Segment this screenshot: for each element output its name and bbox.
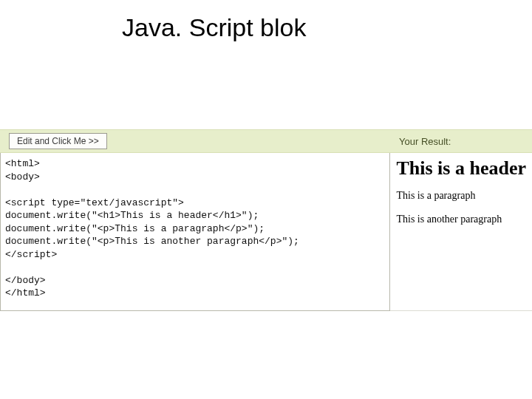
result-paragraph-2: This is another paragraph: [396, 214, 526, 225]
result-paragraph-1: This is a paragraph: [396, 190, 526, 202]
result-pane: This is a header This is a paragraph Thi…: [390, 153, 532, 311]
editor-content-row: <html> <body> <script type="text/javascr…: [0, 153, 532, 311]
tryit-editor: Edit and Click Me >> Your Result: <html>…: [0, 129, 532, 311]
result-label: Your Result:: [399, 136, 451, 147]
editor-header-left: Edit and Click Me >>: [0, 133, 266, 149]
page-title: Java. Script blok: [122, 13, 532, 42]
editor-header-row: Edit and Click Me >> Your Result:: [0, 129, 532, 153]
edit-and-click-button[interactable]: Edit and Click Me >>: [9, 133, 107, 149]
editor-header-right: Your Result:: [266, 134, 532, 148]
code-editor[interactable]: <html> <body> <script type="text/javascr…: [0, 153, 390, 311]
result-heading: This is a header: [396, 157, 526, 180]
